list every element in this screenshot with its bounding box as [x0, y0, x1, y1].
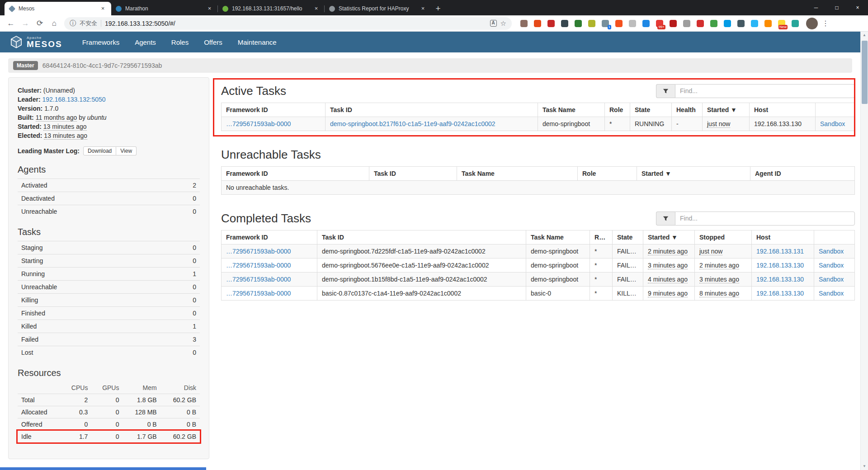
- sandbox-link[interactable]: Sandbox: [819, 290, 844, 297]
- framework-id-link[interactable]: …7295671593ab-0000: [226, 248, 291, 255]
- extension-icon[interactable]: [735, 17, 746, 30]
- task-id-link[interactable]: demo-springboot.b217f610-c1a5-11e9-aaf9-…: [330, 120, 495, 127]
- download-log-button[interactable]: Download: [83, 146, 116, 155]
- sandbox-link[interactable]: Sandbox: [819, 262, 844, 269]
- extension-icon[interactable]: [586, 17, 597, 30]
- nav-item[interactable]: Offers: [204, 38, 222, 46]
- column-header[interactable]: State: [630, 103, 672, 117]
- tab-mesos[interactable]: Mesos ×: [5, 2, 111, 15]
- framework-id-link[interactable]: …7295671593ab-0000: [226, 120, 291, 127]
- host-link[interactable]: 192.168.133.130: [756, 290, 804, 297]
- sandbox-link[interactable]: Sandbox: [820, 120, 845, 127]
- extension-icon[interactable]: [789, 17, 801, 30]
- bookmark-star-icon[interactable]: ☆: [500, 19, 506, 28]
- column-header[interactable]: Task Name: [457, 167, 578, 181]
- scrollbar-thumb[interactable]: [862, 41, 868, 104]
- extension-icon[interactable]: [518, 17, 529, 30]
- tab-hello[interactable]: 192.168.133.131:31657/hello ×: [218, 2, 325, 15]
- extension-icon[interactable]: [545, 17, 557, 30]
- column-header[interactable]: Role: [605, 103, 630, 117]
- address-bar[interactable]: ⓘ 不安全 192.168.133.132:5050/#/ A ☆: [64, 17, 512, 30]
- column-header[interactable]: Role: [590, 230, 613, 244]
- column-header[interactable]: Host: [752, 230, 814, 244]
- column-header[interactable]: Started ▼: [703, 103, 750, 117]
- column-header[interactable]: Started ▼: [637, 167, 750, 181]
- column-header[interactable]: Task ID: [326, 103, 538, 117]
- column-header[interactable]: State: [613, 230, 643, 244]
- tab-close-icon[interactable]: ×: [419, 5, 427, 13]
- column-header[interactable]: Host: [750, 103, 816, 117]
- tab-marathon[interactable]: Marathon ×: [111, 2, 218, 15]
- framework-id-link[interactable]: …7295671593ab-0000: [226, 262, 291, 269]
- nav-item[interactable]: Maintenance: [238, 38, 277, 46]
- view-log-button[interactable]: View: [116, 146, 137, 155]
- scroll-up-icon[interactable]: ▲: [863, 32, 866, 39]
- extension-icon[interactable]: [694, 17, 706, 30]
- column-header[interactable]: Started ▼: [643, 230, 695, 244]
- extension-icon[interactable]: [681, 17, 692, 30]
- active-find-input[interactable]: [675, 84, 855, 98]
- column-header[interactable]: Framework ID: [222, 167, 369, 181]
- column-header[interactable]: Framework ID: [222, 103, 326, 117]
- column-header[interactable]: Task ID: [369, 167, 457, 181]
- tab-close-icon[interactable]: ×: [99, 5, 107, 13]
- maximize-button[interactable]: □: [826, 0, 847, 15]
- filter-button[interactable]: [656, 212, 675, 226]
- scroll-down-icon[interactable]: ▼: [863, 463, 866, 470]
- browser-menu-icon[interactable]: ⋮: [820, 17, 831, 30]
- minimize-button[interactable]: ─: [806, 0, 826, 15]
- extension-icon[interactable]: [708, 17, 719, 30]
- home-icon[interactable]: ⌂: [47, 17, 61, 30]
- extension-icon[interactable]: 1: [599, 17, 611, 30]
- tab-haproxy[interactable]: Statistics Report for HAProxy ×: [325, 2, 431, 15]
- nav-item[interactable]: Agents: [135, 38, 156, 46]
- info-icon[interactable]: ⓘ: [70, 19, 76, 28]
- profile-avatar[interactable]: [806, 18, 818, 29]
- extension-icon[interactable]: New: [776, 17, 787, 30]
- extension-icon[interactable]: [627, 17, 638, 30]
- column-header[interactable]: [816, 103, 855, 117]
- host-link[interactable]: 192.168.133.131: [756, 248, 804, 255]
- nav-item[interactable]: Frameworks: [82, 38, 120, 46]
- column-header[interactable]: Task ID: [317, 230, 526, 244]
- new-tab-button[interactable]: +: [431, 2, 445, 15]
- back-icon[interactable]: ←: [4, 17, 18, 30]
- column-header[interactable]: Role: [578, 167, 637, 181]
- tab-close-icon[interactable]: ×: [312, 5, 320, 13]
- column-header[interactable]: Task Name: [526, 230, 590, 244]
- forward-icon[interactable]: →: [18, 17, 33, 30]
- extension-icon[interactable]: [722, 17, 733, 30]
- sandbox-link[interactable]: Sandbox: [819, 248, 844, 255]
- extension-icon[interactable]: [532, 17, 543, 30]
- column-header[interactable]: [814, 230, 855, 244]
- extension-icon[interactable]: 99+: [654, 17, 665, 30]
- column-header[interactable]: Task Name: [538, 103, 605, 117]
- translate-icon[interactable]: A: [490, 20, 497, 27]
- completed-find-input[interactable]: [675, 212, 855, 226]
- framework-id-link[interactable]: …7295671593ab-0000: [226, 290, 291, 297]
- extension-icon[interactable]: [559, 17, 570, 30]
- extension-icon[interactable]: [640, 17, 651, 30]
- framework-id-link[interactable]: …7295671593ab-0000: [226, 276, 291, 283]
- extension-icon[interactable]: [572, 17, 584, 30]
- mesos-brand[interactable]: Apache MESOS: [10, 36, 62, 48]
- refresh-icon[interactable]: ⟳: [33, 17, 47, 30]
- column-header[interactable]: Stopped: [695, 230, 752, 244]
- extension-icon[interactable]: [667, 17, 679, 30]
- close-window-button[interactable]: ×: [847, 0, 868, 15]
- filter-button[interactable]: [656, 84, 675, 98]
- column-header[interactable]: Health: [672, 103, 703, 117]
- url-text[interactable]: 192.168.133.132:5050/#/: [105, 20, 486, 27]
- column-header[interactable]: Agent ID: [750, 167, 855, 181]
- leader-link[interactable]: 192.168.133.132:5050: [42, 96, 105, 103]
- extension-icon[interactable]: [762, 17, 774, 30]
- nav-item[interactable]: Roles: [171, 38, 189, 46]
- host-link[interactable]: 192.168.133.130: [756, 276, 804, 283]
- tab-close-icon[interactable]: ×: [206, 5, 213, 13]
- extension-icon[interactable]: [749, 17, 760, 30]
- page-scrollbar[interactable]: ▲ ▼: [860, 32, 868, 470]
- sandbox-link[interactable]: Sandbox: [819, 276, 844, 283]
- column-header[interactable]: Framework ID: [222, 230, 317, 244]
- extension-icon[interactable]: [613, 17, 624, 30]
- host-link[interactable]: 192.168.133.130: [756, 262, 804, 269]
